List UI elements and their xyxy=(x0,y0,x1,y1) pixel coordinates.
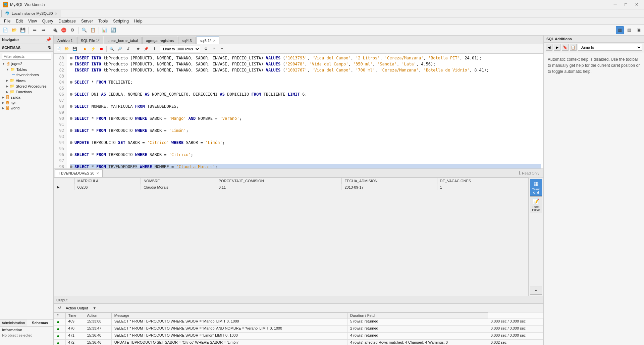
tb-layout-1[interactable]: ▦ xyxy=(616,26,624,34)
output-refresh-btn[interactable]: ↺ xyxy=(56,304,63,312)
tab-sqlfile1[interactable]: SQL File 1* xyxy=(77,37,103,44)
tb-table-inspector[interactable]: 📋 xyxy=(89,26,97,34)
tab-sql43[interactable]: sql4.3 xyxy=(178,37,195,44)
menu-database[interactable]: Database xyxy=(56,18,78,24)
folder-functions[interactable]: ▶ 📁 Functions xyxy=(4,89,53,95)
sql-tb-stop[interactable]: ⏹ xyxy=(98,45,105,53)
sql-tb-zoom-in[interactable]: 🔍 xyxy=(108,45,115,53)
sql-line-98[interactable]: SELECT * FROM TBVENDEDORES WHERE NOMBRE … xyxy=(70,164,541,168)
col-nombre[interactable]: NOMBRE xyxy=(141,178,216,184)
sql-tb-refresh[interactable]: ↺ xyxy=(124,45,131,53)
menu-query[interactable]: Query xyxy=(40,18,56,24)
menu-edit[interactable]: Edit xyxy=(13,18,25,24)
tb-forward[interactable]: ➡ xyxy=(39,26,47,34)
result-grid-btn[interactable]: ▦ ResultGrid xyxy=(530,179,542,196)
tb-disconnect[interactable]: ⛔ xyxy=(60,26,68,34)
sql-line-89[interactable] xyxy=(70,109,541,115)
sql-tb-execute[interactable]: ▶ xyxy=(82,45,89,53)
sql-line-95[interactable] xyxy=(70,146,541,152)
sql-line-90[interactable]: SELECT * FROM TBPRODUCTO WHERE SABOR = '… xyxy=(70,115,541,121)
output-log[interactable]: # Time Action Message Duration / Fetch ●… xyxy=(54,312,543,345)
instance-close[interactable]: ✕ xyxy=(55,12,57,15)
tb-performance[interactable]: 📊 xyxy=(101,26,109,34)
result-tab-tbvendedores[interactable]: TBVENDEDORES 20 ✕ xyxy=(55,169,103,177)
sql-line-85[interactable] xyxy=(70,85,541,91)
jump-to-select[interactable]: Jump to xyxy=(578,44,642,51)
menu-file[interactable]: File xyxy=(1,18,13,24)
sql-line-80[interactable]: INSERT INTO tbProducto (PRODUCTO, NOMBRE… xyxy=(70,55,541,61)
col-fecha[interactable]: FECHA_ADMISION xyxy=(342,178,437,184)
tb-layout-3[interactable]: ▣ xyxy=(635,26,643,34)
result-scroll-down[interactable]: ▼ xyxy=(530,287,542,295)
nav-next-btn[interactable]: ▶ xyxy=(554,44,560,51)
sql-line-93[interactable] xyxy=(70,134,541,140)
sql-tb-explain[interactable]: ℹ xyxy=(151,45,158,53)
nav-pin[interactable]: 📌 xyxy=(46,37,51,42)
maximize-button[interactable]: □ xyxy=(621,1,631,8)
sql-line-88[interactable]: SELECT NOMBRE, MATRICULA FROM TBVENDEDOR… xyxy=(70,103,541,109)
schemas-refresh[interactable]: ↻ xyxy=(48,45,51,50)
schema-jugos2[interactable]: ▼ 🗄 jugos2 xyxy=(0,61,53,66)
menu-view[interactable]: View xyxy=(25,18,40,24)
sql-tb-star[interactable]: ★ xyxy=(135,45,142,53)
folder-views[interactable]: ▶ 📁 Views xyxy=(4,78,53,83)
minimize-button[interactable]: ─ xyxy=(610,1,620,8)
tab-agregar[interactable]: agregar registros xyxy=(142,37,177,44)
sql-line-84[interactable]: SELECT * FROM TBCLIENTE; xyxy=(70,79,541,85)
sql-line-83[interactable] xyxy=(70,73,541,79)
menu-scripting[interactable]: Scripting xyxy=(110,18,131,24)
form-editor-btn[interactable]: 📝 FormEditor xyxy=(530,196,542,213)
sql-tb-pin[interactable]: 📌 xyxy=(143,45,150,53)
sql-tb-open[interactable]: 📂 xyxy=(63,45,70,53)
tb-open[interactable]: 📂 xyxy=(10,26,18,34)
sql-tb-execute-current[interactable]: ⚡ xyxy=(90,45,97,53)
tb-schema-inspector[interactable]: 🔍 xyxy=(80,26,88,34)
col-vacaciones[interactable]: DE_VACACIONES xyxy=(437,178,528,184)
sql-tb-save[interactable]: 💾 xyxy=(71,45,78,53)
menu-help[interactable]: Help xyxy=(131,18,145,24)
table-tbvendedores[interactable]: 🗃 tbvendedores xyxy=(8,72,53,78)
result-grid[interactable]: MATRICULA NOMBRE PORCENTAJE_COMISION FEC… xyxy=(54,178,528,296)
tb-settings[interactable]: ⚙ xyxy=(68,26,76,34)
sql-tb-help[interactable]: ? xyxy=(210,45,218,53)
tab-administration[interactable]: Administration xyxy=(0,319,27,326)
sql-line-87[interactable] xyxy=(70,97,541,103)
limit-select[interactable]: Limit to 1000 rows Limit to 200 rows Don… xyxy=(160,46,200,52)
sql-line-82[interactable]: INSERT INTO tbProducto (PRODUCTO, NOMBRE… xyxy=(70,67,541,73)
schema-world[interactable]: ▶ 🗄 world xyxy=(0,105,53,111)
instance-tab[interactable]: 🐬 Local instance MySQL80 ✕ xyxy=(1,10,61,17)
schema-salida[interactable]: ▶ 🗄 salida xyxy=(0,95,53,100)
result-row[interactable]: ▶00236Cláudia Morais0.112013-09-171 xyxy=(54,184,528,190)
sql-tb-settings2[interactable]: ⚙ xyxy=(202,45,210,53)
sql-tb-format[interactable]: ≡ xyxy=(218,45,226,53)
filter-input[interactable] xyxy=(2,53,51,60)
sql-line-91[interactable] xyxy=(70,121,541,128)
sql-line-96[interactable]: SELECT * FROM TBPRODUCTO WHERE SABOR = '… xyxy=(70,152,541,158)
tb-connect[interactable]: 🔌 xyxy=(51,26,59,34)
sql-content[interactable]: INSERT INTO tbProducto (PRODUCTO, NOMBRE… xyxy=(67,54,543,168)
menu-server[interactable]: Server xyxy=(78,18,96,24)
sql-tb-zoom-out[interactable]: 🔎 xyxy=(116,45,123,53)
schema-sys[interactable]: ▶ 🗄 sys xyxy=(0,100,53,105)
tb-migration[interactable]: 🔄 xyxy=(109,26,117,34)
editor-scroll[interactable]: 8081828384858687888990919293949596979899… xyxy=(54,54,543,168)
output-dropdown-btn[interactable]: ▼ xyxy=(91,304,98,312)
sql-line-92[interactable]: SELECT * FROM TBPRODUCTO WHERE SABOR = '… xyxy=(70,128,541,134)
folder-stored-procedures[interactable]: ▶ 📁 Stored Procedures xyxy=(4,83,53,89)
tab-schemas[interactable]: Schemas xyxy=(27,319,54,326)
nav-bookmark-btn[interactable]: 🔖 xyxy=(562,44,569,51)
sql-tb-new[interactable]: 📄 xyxy=(55,45,62,53)
tab-close-sql51[interactable]: ✕ xyxy=(213,39,216,43)
nav-copy-btn[interactable]: 📋 xyxy=(570,44,577,51)
tb-back[interactable]: ⬅ xyxy=(31,26,39,34)
tb-layout-2[interactable]: ▤ xyxy=(625,26,633,34)
result-tab-close[interactable]: ✕ xyxy=(96,171,99,175)
sql-line-94[interactable]: UPDATE TBPRODUCTO SET SABOR = 'Cítrico' … xyxy=(70,140,541,146)
nav-prev-btn[interactable]: ◀ xyxy=(546,44,552,51)
close-button[interactable]: ✕ xyxy=(632,1,641,8)
col-matricula[interactable]: MATRICULA xyxy=(74,178,141,184)
menu-tools[interactable]: Tools xyxy=(96,18,110,24)
col-porcentaje[interactable]: PORCENTAJE_COMISION xyxy=(216,178,342,184)
sql-line-81[interactable]: INSERT INTO tbProducto (PRODUCTO, NOMBRE… xyxy=(70,61,541,67)
sql-line-97[interactable] xyxy=(70,158,541,164)
